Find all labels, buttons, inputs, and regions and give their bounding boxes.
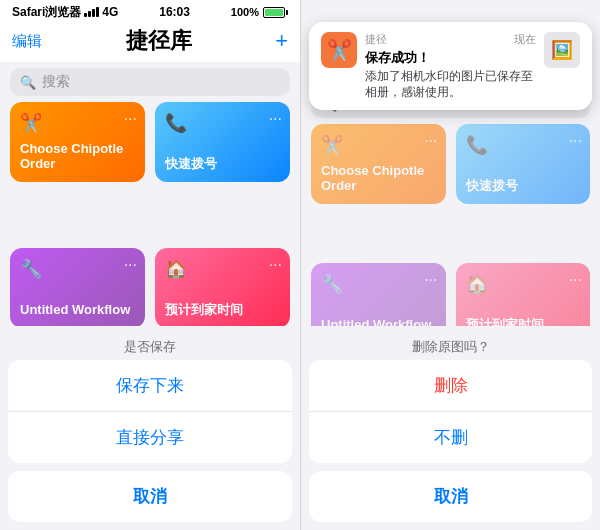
page-title-left: 捷径库	[126, 26, 192, 56]
shortcut-icon-chipotle: ✂️	[20, 112, 42, 134]
shortcut-icon-dial: 📞	[165, 112, 187, 134]
shortcut-label-chipotle-r: Choose Chipotle Order	[321, 163, 436, 194]
notif-thumbnail: 🖼️	[544, 32, 580, 68]
search-bar-left[interactable]: 🔍 搜索	[10, 68, 290, 96]
shortcut-icon-chipotle-r: ✂️	[321, 134, 343, 156]
shortcut-untitled-workflow[interactable]: 🔧 ··· Untitled Workflow	[10, 248, 145, 328]
nav-bar-left: 编辑 捷径库 +	[0, 22, 300, 62]
save-button[interactable]: 保存下来	[8, 360, 292, 411]
bottom-sheet-right: 删除原图吗？ 删除 不删 取消	[301, 365, 600, 530]
share-button[interactable]: 直接分享	[8, 411, 292, 463]
notif-time: 现在	[514, 32, 536, 47]
shortcut-more-eta-r[interactable]: ···	[569, 271, 582, 289]
notif-content: 捷径 现在 保存成功！ 添加了相机水印的图片已保存至相册，感谢使用。	[365, 32, 536, 100]
shortcut-icon-dial-r: 📞	[466, 134, 488, 156]
network-type: 4G	[102, 5, 118, 19]
keep-button[interactable]: 不删	[309, 411, 592, 463]
shortcut-quick-dial[interactable]: 📞 ··· 快速拨号	[155, 102, 290, 182]
shortcut-icon-workflow: 🔧	[20, 258, 42, 280]
notification-banner: ✂️ 捷径 现在 保存成功！ 添加了相机水印的图片已保存至相册，感谢使用。 🖼️	[309, 22, 592, 110]
right-phone-panel: ✂️ 捷径 现在 保存成功！ 添加了相机水印的图片已保存至相册，感谢使用。 🖼️…	[300, 0, 600, 530]
shortcut-icon-eta: 🏠	[165, 258, 187, 280]
shortcut-choose-chipotle[interactable]: ✂️ ··· Choose Chipotle Order	[10, 102, 145, 182]
edit-button[interactable]: 编辑	[12, 32, 42, 51]
shortcut-label-chipotle: Choose Chipotle Order	[20, 141, 135, 172]
shortcut-label-dial-r: 快速拨号	[466, 178, 581, 194]
sheet-actions-left: 保存下来 直接分享	[8, 360, 292, 463]
sheet-title-right: 删除原图吗？	[301, 326, 600, 360]
shortcut-choose-chipotle-r[interactable]: ✂️ ··· Choose Chipotle Order	[311, 124, 446, 204]
signal-bars	[84, 7, 99, 17]
notif-header: 捷径 现在	[365, 32, 536, 47]
notif-app-icon: ✂️	[321, 32, 357, 68]
sheet-actions-right: 删除 不删	[309, 360, 592, 463]
status-bar-left: Safari浏览器 4G 16:03 100%	[0, 0, 300, 22]
status-time: 16:03	[159, 5, 190, 19]
sheet-container-left: 是否保存 保存下来 直接分享 取消	[0, 326, 300, 530]
search-placeholder: 搜索	[42, 73, 70, 91]
status-left: Safari浏览器 4G	[12, 4, 118, 21]
bottom-sheet-left: 是否保存 保存下来 直接分享 取消	[0, 365, 300, 530]
notif-app-name: 捷径	[365, 32, 387, 47]
left-phone-panel: Safari浏览器 4G 16:03 100% 编辑 捷径库 +	[0, 0, 300, 530]
shortcut-quick-dial-r[interactable]: 📞 ··· 快速拨号	[456, 124, 591, 204]
shortcut-icon-workflow-r: 🔧	[321, 273, 343, 295]
shortcut-more-chipotle[interactable]: ···	[124, 110, 137, 128]
carrier-text: Safari浏览器	[12, 4, 81, 21]
search-icon: 🔍	[20, 75, 36, 90]
shortcut-more-workflow[interactable]: ···	[124, 256, 137, 274]
notif-body: 添加了相机水印的图片已保存至相册，感谢使用。	[365, 69, 536, 100]
shortcut-more-chipotle-r[interactable]: ···	[424, 132, 437, 150]
shortcut-label-eta: 预计到家时间	[165, 302, 280, 318]
cancel-button-left[interactable]: 取消	[8, 471, 292, 522]
cancel-button-right[interactable]: 取消	[309, 471, 592, 522]
shortcut-more-eta[interactable]: ···	[269, 256, 282, 274]
shortcut-eta-home[interactable]: 🏠 ··· 预计到家时间	[155, 248, 290, 328]
shortcut-more-dial[interactable]: ···	[269, 110, 282, 128]
shortcut-label-dial: 快速拨号	[165, 156, 280, 172]
shortcut-icon-eta-r: 🏠	[466, 273, 488, 295]
sheet-container-right: 删除原图吗？ 删除 不删 取消	[301, 326, 600, 530]
add-button[interactable]: +	[275, 30, 288, 52]
status-right: 100%	[231, 6, 288, 18]
shortcut-more-dial-r[interactable]: ···	[569, 132, 582, 150]
sheet-title-left: 是否保存	[0, 326, 300, 360]
delete-button[interactable]: 删除	[309, 360, 592, 411]
notif-title: 保存成功！	[365, 49, 536, 67]
battery-icon	[263, 7, 288, 18]
battery-percent: 100%	[231, 6, 259, 18]
shortcut-label-workflow: Untitled Workflow	[20, 302, 135, 318]
shortcut-more-workflow-r[interactable]: ···	[424, 271, 437, 289]
